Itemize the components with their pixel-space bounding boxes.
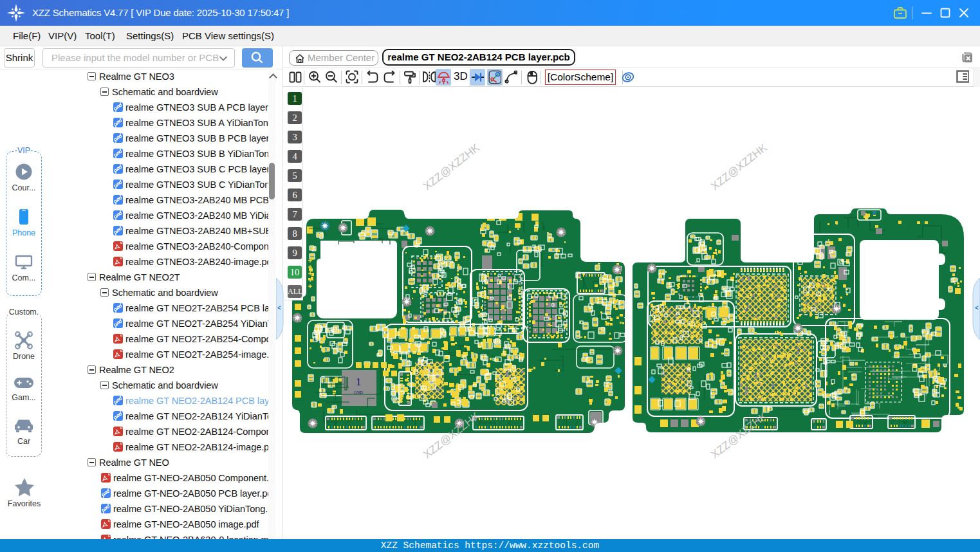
- svg-text:1: 1: [356, 376, 362, 388]
- svg-text:XZZ@XZZHK: XZZ@XZZHK: [708, 141, 770, 192]
- svg-text:GND: GND: [354, 390, 363, 394]
- svg-text:XZZ@XZZHK: XZZ@XZZHK: [421, 141, 482, 192]
